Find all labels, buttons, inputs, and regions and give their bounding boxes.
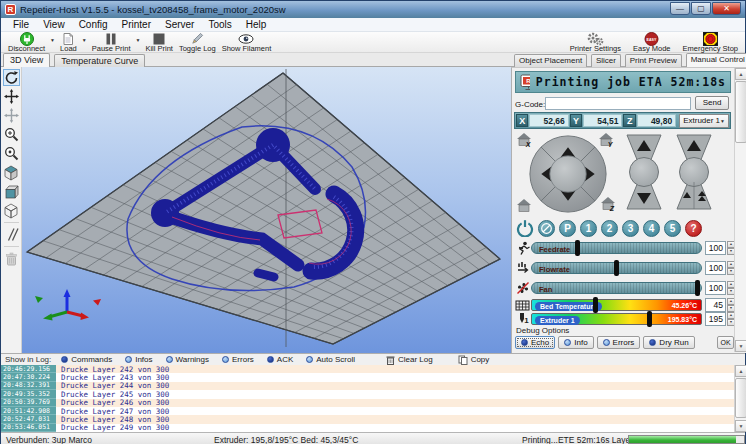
zoom-in-tool[interactable] [3,126,20,143]
zoom-region-tool[interactable] [3,145,20,162]
isometric-view-tool[interactable] [3,164,20,181]
svg-text:R: R [526,78,530,84]
flowrate-spinner[interactable]: ▲▼ [727,261,734,275]
menu-item-config[interactable]: Config [72,19,115,30]
spin-down-icon: ▼ [727,305,734,312]
disconnect-button[interactable]: Disconnect [5,32,48,53]
scroll-down-icon[interactable]: ▼ [735,340,746,352]
debug-echo-button[interactable]: Echo [515,336,555,349]
preheat-5-button[interactable]: 5 [664,220,681,237]
tab-temperature-curve[interactable]: Temperature Curve [54,54,145,67]
delete-object-tool[interactable] [3,250,20,267]
bed-temperature-thumb[interactable] [593,297,598,313]
kill-print-button[interactable]: Kill Print [142,32,176,53]
move-viewpoint-tool[interactable] [3,107,20,124]
xy-jog-pad[interactable] [528,134,608,214]
3d-viewport[interactable] [22,67,511,353]
extruder-select[interactable]: Extruder 1 ▼ [679,114,729,128]
fan-slider-thumb[interactable] [695,280,700,296]
minimize-button[interactable]: — [670,2,690,15]
rotate-view-tool[interactable] [3,69,20,86]
disconnect-dropdown[interactable]: ▼ [48,37,57,43]
perspective-view-tool[interactable] [3,202,20,219]
ok-button[interactable]: OK [717,336,734,349]
emergency-stop-button[interactable]: Emergency Stop [680,32,741,53]
panel-scrollbar[interactable]: ▲ ▼ [734,68,746,352]
filter-warnings[interactable]: Warnings [166,355,210,364]
feedrate-value[interactable]: 100 [705,241,726,255]
motor-icon [540,222,553,235]
menu-item-server[interactable]: Server [158,19,201,30]
pause-dropdown[interactable]: ▼ [133,37,142,43]
toggle-log-button[interactable]: Toggle Log [176,32,219,53]
clear-log-button[interactable]: Clear Log [386,355,433,365]
fan-value[interactable]: 100 [705,281,726,295]
park-button[interactable]: P [559,220,576,237]
scrollbar-thumb[interactable] [735,81,746,143]
z-jog-control[interactable] [625,134,663,210]
show-filament-button[interactable]: Show Filament [219,32,275,53]
tab-print-preview[interactable]: Print Preview [625,54,682,67]
log-scrollbar[interactable]: ▲ ▼ [734,365,746,432]
feedrate-spinner[interactable]: ▲▼ [727,241,734,255]
close-button[interactable]: ✕ [712,2,741,15]
menu-item-help[interactable]: Help [239,19,274,30]
debug-dryrun-button[interactable]: Dry Run [643,336,694,349]
flowrate-value[interactable]: 100 [705,261,726,275]
spin-down-icon: ▼ [727,248,734,255]
flowrate-slider[interactable]: Flowrate [531,262,702,274]
gcode-input[interactable] [545,97,691,110]
scroll-up-icon[interactable]: ▲ [735,68,746,80]
extruder-jog-control[interactable] [675,134,713,210]
debug-info-button[interactable]: Info [558,336,593,349]
bed-temperature-slider[interactable]: Bed Temperature 45.26°C [531,299,702,311]
tab-object-placement[interactable]: Object Placement [514,54,587,67]
easy-mode-button[interactable]: EASY Easy Mode [630,32,674,53]
feedrate-slider[interactable]: Feedrate [531,242,702,254]
tab-3d-view[interactable]: 3D View [3,53,50,67]
filter-commands[interactable]: Commands [61,355,112,364]
pause-print-button[interactable]: Pause Print [89,32,134,53]
parallel-projection-tool[interactable] [3,226,20,243]
menu-item-printer[interactable]: Printer [115,19,158,30]
move-object-tool[interactable] [3,88,20,105]
debug-errors-button[interactable]: Errors [597,336,641,349]
load-dropdown[interactable]: ▼ [80,37,89,43]
load-button[interactable]: Load [57,32,80,53]
feedrate-slider-thumb[interactable] [575,240,580,256]
scrollbar-thumb[interactable] [735,378,746,418]
printer-settings-button[interactable]: Printer Settings [567,32,624,53]
tab-manual-control[interactable]: Manual Control [686,53,746,67]
preheat-3-button[interactable]: 3 [622,220,639,237]
filter-errors[interactable]: Errors [222,355,254,364]
scroll-down-icon[interactable]: ▼ [735,420,746,432]
bed-target-value[interactable]: 45 [705,298,726,312]
flowrate-slider-thumb[interactable] [614,260,619,276]
extruder-temperature-slider[interactable]: Extruder 1 195.83°C [531,313,702,325]
motors-off-button[interactable] [538,220,555,237]
preheat-1-button[interactable]: 1 [580,220,597,237]
copy-button[interactable]: Copy [458,355,490,365]
menu-item-tools[interactable]: Tools [201,19,238,30]
filter-autoscroll[interactable]: Auto Scroll [306,355,355,364]
extruder-target-spinner[interactable]: ▲▼ [727,312,734,326]
extruder-target-value[interactable]: 195 [705,312,726,326]
menu-item-view[interactable]: View [36,19,72,30]
scroll-up-icon[interactable]: ▲ [735,365,746,377]
front-view-tool[interactable] [3,183,20,200]
svg-text:Z: Z [609,205,615,212]
fan-spinner[interactable]: ▲▼ [727,281,734,295]
preheat-2-button[interactable]: 2 [601,220,618,237]
menu-item-file[interactable]: File [6,19,36,30]
filter-ack[interactable]: ACK [267,355,293,364]
filter-infos[interactable]: Infos [125,355,152,364]
preheat-4-button[interactable]: 4 [643,220,660,237]
power-button[interactable] [516,219,534,237]
send-button[interactable]: Send [695,96,729,110]
help-button[interactable]: ? [685,220,702,237]
tab-slicer[interactable]: Slicer [591,54,621,67]
fan-slider[interactable]: Fan [531,282,702,294]
maximize-button[interactable]: ▢ [691,2,711,15]
bed-target-spinner[interactable]: ▲▼ [727,298,734,312]
extruder-temperature-thumb[interactable] [647,311,652,327]
